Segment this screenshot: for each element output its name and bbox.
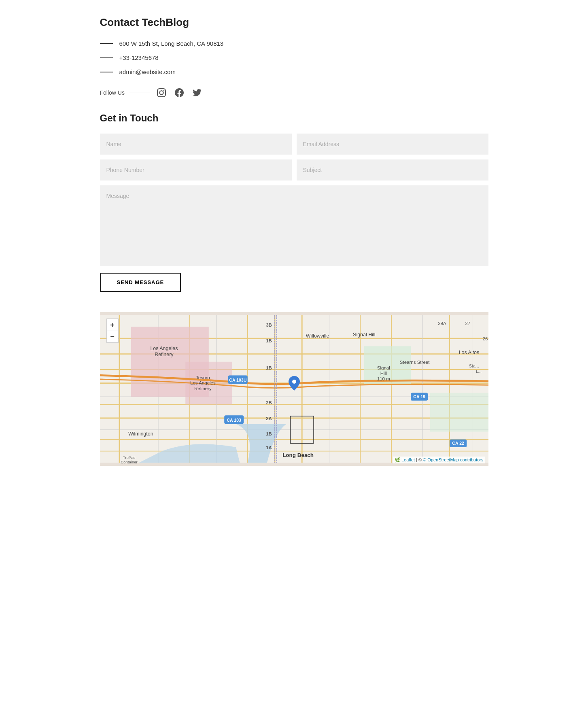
svg-text:1B: 1B — [266, 365, 272, 370]
svg-text:29A: 29A — [438, 321, 446, 326]
svg-text:Wilmington: Wilmington — [128, 431, 153, 437]
svg-text:Signal: Signal — [377, 365, 390, 370]
email-item: admin@website.com — [100, 68, 488, 75]
contact-info-list: 600 W 15th St, Long Beach, CA 90813 +33-… — [100, 40, 488, 75]
svg-text:Tesoro: Tesoro — [196, 375, 210, 380]
svg-text:Los Angeles: Los Angeles — [150, 346, 178, 351]
form-section-title: Get in Touch — [100, 113, 488, 124]
page-wrapper: Contact TechBlog 600 W 15th St, Long Bea… — [92, 0, 497, 482]
follow-us-label: Follow Us — [100, 89, 125, 96]
send-message-button[interactable]: SEND MESSAGE — [100, 273, 181, 292]
svg-text:1B: 1B — [266, 431, 272, 436]
svg-text:Signal Hill: Signal Hill — [353, 332, 375, 338]
map-zoom-controls: + − — [106, 319, 119, 343]
svg-text:CA 103: CA 103 — [227, 418, 241, 423]
svg-text:Los Angeles: Los Angeles — [190, 380, 216, 385]
leaflet-attribution: 🌿 — [395, 457, 401, 462]
form-second-row — [100, 159, 488, 181]
svg-text:Refinery: Refinery — [155, 352, 174, 357]
svg-text:2A: 2A — [266, 416, 272, 421]
svg-text:26: 26 — [482, 336, 488, 341]
svg-text:Sta...: Sta... — [469, 363, 479, 368]
form-top-row — [100, 134, 488, 155]
svg-text:Hill: Hill — [380, 371, 386, 376]
contact-form: SEND MESSAGE — [100, 134, 488, 292]
svg-text:2B: 2B — [266, 400, 272, 405]
instagram-icon[interactable] — [156, 87, 167, 98]
svg-text:Willowville: Willowville — [306, 333, 329, 339]
map-attribution: 🌿 Leaflet | © © OpenStreetMap contributo… — [393, 457, 485, 463]
svg-text:27: 27 — [465, 321, 470, 326]
svg-text:TroPac: TroPac — [123, 455, 135, 460]
email-input[interactable] — [297, 134, 488, 155]
facebook-icon[interactable] — [174, 87, 185, 98]
page-title: Contact TechBlog — [100, 16, 488, 29]
svg-text:L...: L... — [476, 369, 481, 374]
svg-text:Refinery: Refinery — [194, 386, 211, 391]
svg-text:Stearns Street: Stearns Street — [399, 360, 429, 365]
leaflet-link[interactable]: Leaflet — [401, 457, 415, 462]
address-text: 600 W 15th St, Long Beach, CA 90813 — [119, 40, 224, 47]
message-textarea[interactable] — [100, 185, 488, 266]
map-container: CA 103U CA 103 CA 19 CA 22 3B 1B 1B 2B 2… — [100, 312, 488, 466]
phone-text: +33-12345678 — [119, 54, 159, 61]
svg-text:Container: Container — [121, 460, 138, 464]
subject-input[interactable] — [297, 159, 488, 181]
svg-text:CA 19: CA 19 — [413, 394, 425, 399]
map-pin — [289, 376, 300, 392]
name-input[interactable] — [100, 134, 292, 155]
svg-text:Long Beach: Long Beach — [282, 452, 314, 458]
map-zoom-in-button[interactable]: + — [106, 319, 119, 331]
follow-divider — [129, 93, 150, 93]
svg-rect-27 — [430, 393, 488, 432]
follow-us-row: Follow Us — [100, 87, 488, 98]
phone-dash — [100, 57, 113, 58]
svg-text:1A: 1A — [266, 445, 272, 450]
address-item: 600 W 15th St, Long Beach, CA 90813 — [100, 40, 488, 47]
phone-input[interactable] — [100, 159, 292, 181]
map-zoom-out-button[interactable]: − — [106, 331, 119, 343]
social-icons — [156, 87, 202, 98]
phone-item: +33-12345678 — [100, 54, 488, 61]
svg-text:Los Altos: Los Altos — [459, 350, 479, 355]
svg-text:CA 22: CA 22 — [452, 441, 464, 446]
osm-link[interactable]: © OpenStreetMap contributors — [423, 457, 483, 462]
email-text: admin@website.com — [119, 68, 176, 75]
send-btn-wrapper: SEND MESSAGE — [100, 273, 488, 292]
svg-text:1B: 1B — [266, 338, 272, 343]
svg-point-67 — [292, 380, 296, 384]
svg-text:3B: 3B — [266, 323, 272, 327]
address-dash — [100, 43, 113, 44]
osm-attribution: | © — [416, 457, 423, 462]
svg-text:CA 103U: CA 103U — [229, 378, 246, 382]
twitter-icon[interactable] — [192, 87, 202, 98]
email-dash — [100, 72, 113, 72]
svg-text:110 m: 110 m — [377, 376, 390, 381]
